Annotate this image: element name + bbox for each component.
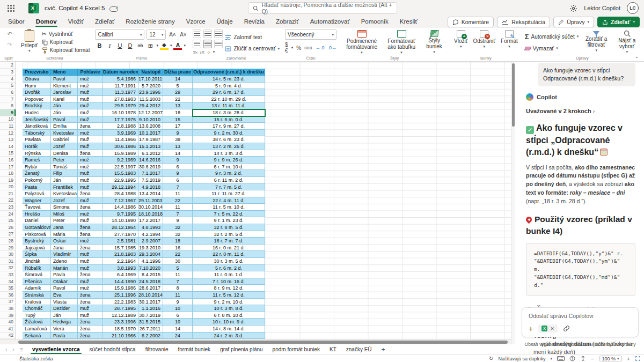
- cell[interactable]: 17.10.2011: [138, 76, 163, 83]
- cell[interactable]: 24: [163, 333, 193, 339]
- row-header[interactable]: 12: [0, 130, 16, 137]
- cell[interactable]: muž: [78, 238, 103, 245]
- cell[interactable]: Pšenica: [23, 278, 51, 285]
- row-header[interactable]: 22: [0, 197, 16, 204]
- row-header[interactable]: 13: [0, 136, 16, 143]
- cell[interactable]: Jindrák: [23, 258, 51, 265]
- cell[interactable]: 27.8.1983: [103, 96, 138, 103]
- search-input[interactable]: Hľadať nástroje, Pomocníka a ďalšie možn…: [248, 2, 397, 14]
- cell[interactable]: 17.2.2017: [138, 217, 163, 224]
- cell[interactable]: 10.1.2017: [138, 130, 163, 137]
- row-header[interactable]: 40: [0, 319, 16, 326]
- cell[interactable]: 32: [163, 224, 193, 231]
- cell[interactable]: Peter: [51, 217, 78, 224]
- gear-icon[interactable]: [569, 4, 577, 12]
- cell[interactable]: Viera: [51, 326, 78, 333]
- app-launcher-icon[interactable]: [8, 5, 14, 12]
- cell[interactable]: 15.5.1983: [103, 170, 138, 177]
- fullscreen-icon[interactable]: [635, 356, 641, 361]
- cell[interactable]: 14.4.1986: [103, 204, 138, 211]
- cell[interactable]: 2.5.1981: [103, 238, 138, 245]
- row-header[interactable]: 25: [0, 217, 16, 224]
- cell[interactable]: 28.10.2014: [138, 292, 163, 299]
- zoom-level-select[interactable]: 100 %▾: [599, 356, 622, 361]
- cell[interactable]: 11.4.1966: [103, 136, 138, 143]
- cell[interactable]: 13 r. 2 m. 25 d.: [193, 143, 265, 150]
- cell[interactable]: muž: [78, 76, 103, 83]
- strikethrough-button[interactable]: ab: [136, 41, 144, 50]
- cell[interactable]: 11.5.2003: [138, 96, 163, 103]
- cell[interactable]: 38 r. 6 m. 23 d.: [193, 136, 265, 143]
- cell[interactable]: muž: [78, 217, 103, 224]
- accessibility-icon[interactable]: [580, 356, 586, 361]
- cell[interactable]: Pokorný: [23, 177, 51, 184]
- cell[interactable]: Vladimír: [51, 251, 78, 258]
- cell[interactable]: muž: [78, 83, 103, 90]
- row-header[interactable]: 39: [0, 312, 16, 319]
- cell[interactable]: 21.8.1983: [103, 251, 138, 258]
- cell[interactable]: 8 r. 9 m. 12 d.: [193, 285, 265, 292]
- cell[interactable]: Vlasta: [51, 299, 78, 306]
- next-sheet-arrow[interactable]: ›: [12, 346, 14, 352]
- cell[interactable]: 27.7.1970: [103, 231, 138, 238]
- cell[interactable]: žena: [78, 292, 103, 299]
- cell[interactable]: žena: [78, 326, 103, 333]
- cell[interactable]: 29: [163, 89, 193, 96]
- menu-tab-údaje[interactable]: Údaje: [216, 17, 233, 27]
- cell[interactable]: Ťavová: [23, 204, 51, 211]
- row-header[interactable]: 11: [0, 123, 16, 130]
- cell[interactable]: muž: [78, 177, 103, 184]
- cell[interactable]: Rybár: [23, 164, 51, 171]
- row-header[interactable]: 24: [0, 211, 16, 218]
- document-title[interactable]: cvič. Copilot 4 Excel 5: [45, 5, 105, 11]
- cell[interactable]: 12.12.1989: [103, 312, 138, 319]
- row-header[interactable]: 27: [0, 231, 16, 238]
- cell[interactable]: Hudec: [23, 109, 51, 116]
- cell[interactable]: žena: [78, 231, 103, 238]
- cell[interactable]: žena: [78, 150, 103, 157]
- italic-button[interactable]: I: [105, 41, 114, 50]
- cell[interactable]: Emília: [51, 123, 78, 130]
- cell[interactable]: 7 r. 10 m. 16 d.: [193, 278, 265, 285]
- wrap-text-button[interactable]: Zalomiť text: [225, 33, 280, 41]
- copy-button[interactable]: Kopírovať: [42, 38, 90, 46]
- cell[interactable]: 14 r. 5 m. 23 d.: [193, 76, 265, 83]
- format-painter-button[interactable]: Kopírovať formát: [42, 46, 90, 54]
- row-header[interactable]: 29: [0, 245, 16, 252]
- cell[interactable]: 29.11.2003: [138, 197, 163, 204]
- sheet-tab-s-et-hodn-t-st-pca[interactable]: súčet hodnôt stĺpca: [85, 344, 141, 354]
- font-color-button[interactable]: A: [173, 41, 182, 50]
- cell[interactable]: 11.7.1991: [103, 83, 138, 90]
- row-header[interactable]: 4: [0, 76, 16, 83]
- cell[interactable]: 14.10.1990: [103, 217, 138, 224]
- format-as-table-button[interactable]: Formátovať ako tabuľku▾: [384, 29, 419, 55]
- row-header[interactable]: 18: [0, 170, 16, 177]
- currency-dropdown[interactable]: ▾: [291, 46, 294, 50]
- row-header[interactable]: 35: [0, 285, 16, 292]
- cell[interactable]: Eva: [51, 292, 78, 299]
- recap-button[interactable]: Rekapitulácia: [497, 17, 550, 27]
- cell[interactable]: 4.1.1996: [138, 258, 163, 265]
- menu-tab-rozloženie-strany[interactable]: Rozloženie strany: [125, 17, 175, 27]
- cell[interactable]: muž: [78, 197, 103, 204]
- row-header[interactable]: 32: [0, 265, 16, 272]
- cell[interactable]: Ján: [51, 109, 78, 116]
- cell[interactable]: 38: [163, 136, 193, 143]
- cell[interactable]: 15.1.2013: [138, 143, 163, 150]
- row-header[interactable]: 20: [0, 184, 16, 191]
- cell[interactable]: Pasta: [23, 184, 51, 191]
- sheet-tab-form-t-buniek[interactable]: formát buniek: [173, 344, 215, 354]
- cell[interactable]: muž: [78, 184, 103, 191]
- cell[interactable]: 4.9.2018: [138, 184, 163, 191]
- row-header[interactable]: 42: [0, 333, 16, 339]
- cell[interactable]: Otrava: [23, 76, 51, 83]
- cell[interactable]: Simona: [51, 204, 78, 211]
- cell[interactable]: 17.9.1987: [138, 136, 163, 143]
- row-header[interactable]: 21: [0, 190, 16, 197]
- cell[interactable]: Lamačová: [23, 326, 51, 333]
- borders-button[interactable]: ⊞: [146, 41, 155, 50]
- cell[interactable]: 9 r. 3 m. 2 d.: [193, 170, 265, 177]
- cell[interactable]: 6: [163, 164, 193, 171]
- cell[interactable]: 2.2.1964: [103, 258, 138, 265]
- cell[interactable]: 22 r. 4 m. 11 d.: [193, 197, 265, 204]
